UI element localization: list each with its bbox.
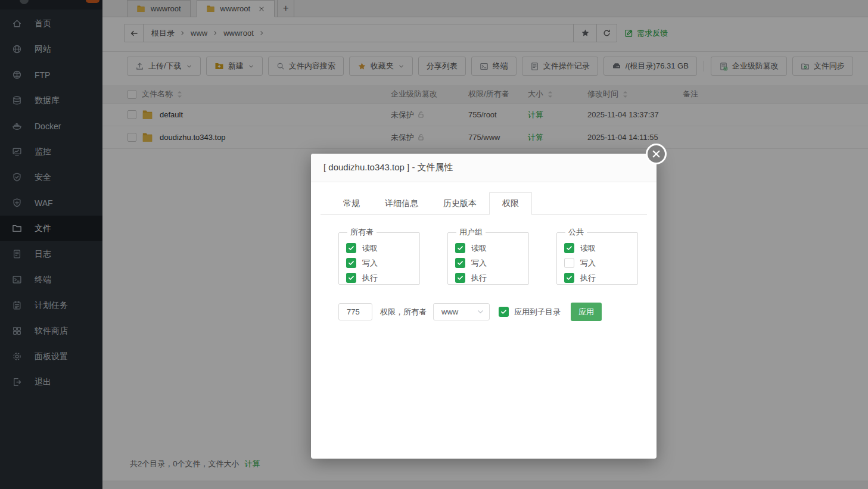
tab-permissions[interactable]: 权限 <box>489 192 532 215</box>
check-icon <box>500 309 507 314</box>
permission-controls: 权限，所有者 www 应用到子目录 应用 <box>338 303 657 321</box>
check-icon <box>566 275 573 281</box>
owner-read-checkbox[interactable] <box>346 243 356 253</box>
chevron-down-icon <box>477 308 484 316</box>
group-read-checkbox[interactable] <box>455 243 465 253</box>
owner-select[interactable]: www <box>433 303 490 320</box>
permission-option: 执行 <box>564 270 637 285</box>
app-window: 首页 网站 FTP 数据库 Docker 监控 <box>0 0 868 489</box>
close-icon <box>652 149 661 158</box>
group-title: 用户组 <box>456 227 486 238</box>
group-permission-group: 用户组 读取 写入 执行 <box>447 227 529 285</box>
tab-history[interactable]: 历史版本 <box>431 193 489 214</box>
check-icon <box>457 275 463 281</box>
group-execute-checkbox[interactable] <box>455 273 465 283</box>
permission-value-input[interactable] <box>338 303 372 320</box>
apply-to-subdirs: 应用到子目录 <box>499 307 561 317</box>
group-title: 所有者 <box>347 227 377 238</box>
permission-option: 读取 <box>455 241 528 256</box>
apply-subdirs-label: 应用到子目录 <box>514 307 561 317</box>
group-title: 公共 <box>565 227 587 238</box>
owner-permission-group: 所有者 读取 写入 执行 <box>338 227 420 285</box>
tab-general[interactable]: 常规 <box>331 193 372 214</box>
permission-label: 读取 <box>580 243 596 254</box>
apply-subdirs-checkbox[interactable] <box>499 307 509 317</box>
check-icon <box>457 245 463 251</box>
permission-label: 读取 <box>471 243 487 254</box>
check-icon <box>348 245 354 251</box>
permission-label: 执行 <box>471 273 487 284</box>
permission-option: 写入 <box>455 256 528 270</box>
group-write-checkbox[interactable] <box>455 258 465 268</box>
public-permission-group: 公共 读取 写入 执行 <box>556 227 638 285</box>
owner-select-value: www <box>441 307 458 316</box>
check-icon <box>457 260 463 266</box>
permission-label: 写入 <box>580 258 596 269</box>
permission-option: 读取 <box>346 241 419 256</box>
permission-option: 写入 <box>564 256 637 270</box>
apply-button[interactable]: 应用 <box>571 303 602 321</box>
tab-details[interactable]: 详细信息 <box>372 193 431 214</box>
file-properties-dialog: [ doudizhu.to343.top ] - 文件属性 常规 详细信息 历史… <box>311 154 657 459</box>
permission-groups: 所有者 读取 写入 执行 用户组 读取 <box>338 227 657 285</box>
permission-label: 写入 <box>471 258 487 269</box>
permission-option: 读取 <box>564 241 637 256</box>
check-icon <box>348 260 354 266</box>
permission-owner-label: 权限，所有者 <box>380 307 427 317</box>
public-execute-checkbox[interactable] <box>564 273 574 283</box>
dialog-header: [ doudizhu.to343.top ] - 文件属性 <box>311 154 657 182</box>
permission-label: 执行 <box>580 273 596 284</box>
permission-option: 执行 <box>346 270 419 285</box>
permission-label: 执行 <box>362 273 378 284</box>
check-icon <box>566 245 573 251</box>
dialog-tabs: 常规 详细信息 历史版本 权限 <box>321 192 647 215</box>
permission-label: 读取 <box>362 243 378 254</box>
permission-option: 写入 <box>346 256 419 270</box>
permission-label: 写入 <box>362 258 378 269</box>
dialog-close-button[interactable] <box>646 144 667 164</box>
owner-execute-checkbox[interactable] <box>346 273 356 283</box>
permission-option: 执行 <box>455 270 528 285</box>
dialog-title: [ doudizhu.to343.top ] - 文件属性 <box>323 162 453 173</box>
owner-write-checkbox[interactable] <box>346 258 356 268</box>
public-write-checkbox[interactable] <box>564 258 574 268</box>
check-icon <box>348 275 354 281</box>
public-read-checkbox[interactable] <box>564 243 574 253</box>
